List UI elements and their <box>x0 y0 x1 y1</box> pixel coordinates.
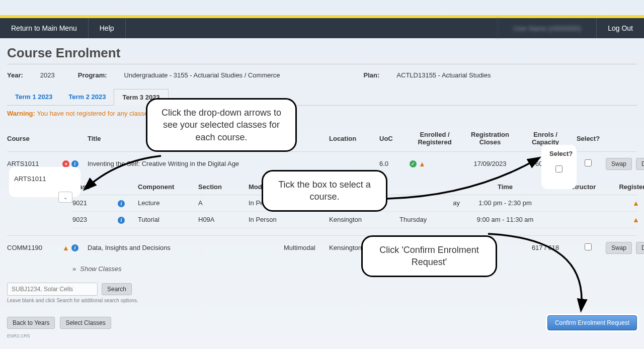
course-title: Data, Insights and Decisions <box>88 244 284 251</box>
warning-line: Warning: You have not registered for any… <box>7 110 637 117</box>
warning-icon <box>632 199 639 207</box>
return-main-menu[interactable]: Return to Main Menu <box>0 18 89 38</box>
drop-button[interactable]: Drop <box>636 158 644 170</box>
swap-button[interactable]: Swap <box>606 242 632 254</box>
class-number: 9021 <box>72 199 118 207</box>
confirm-enrolment-button[interactable]: Confirm Enrolment Request <box>547 315 637 330</box>
plan-label: Plan: <box>364 71 380 79</box>
year-value: 2023 <box>40 71 55 79</box>
term-tabs: Term 1 2023 Term 2 2023 Term 3 2023 <box>7 89 637 106</box>
warning-icon <box>62 244 69 252</box>
expand-classes-button[interactable]: ⌄ <box>58 192 72 203</box>
enrolled-check-icon <box>410 160 417 167</box>
info-icon[interactable] <box>71 244 78 251</box>
tab-term1[interactable]: Term 1 2023 <box>7 89 60 105</box>
class-number: 9023 <box>72 216 118 223</box>
col-reg-closes: Registration Closes <box>460 131 520 146</box>
class-time: 1:00 pm - 2:30 pm <box>460 199 550 207</box>
class-mode: In Person <box>249 216 329 223</box>
col-select: Select? <box>571 135 606 142</box>
callout-confirm: Click 'Confirm Enrolment Request' <box>361 235 497 277</box>
class-component: Tutorial <box>138 216 198 223</box>
course-row: COMM1190 Data, Insights and Decisions Mu… <box>7 235 637 260</box>
col-component: Component <box>138 183 198 191</box>
class-day: ay <box>399 199 460 207</box>
callout-dropdown: Click the drop-down arrows to see your s… <box>146 98 297 152</box>
chevron-down-icon: ⌄ <box>63 195 67 200</box>
help-link[interactable]: Help <box>89 18 126 38</box>
course-reg-closes: 17/09/2023 <box>460 160 520 167</box>
year-label: Year: <box>7 71 23 79</box>
info-icon[interactable] <box>118 200 125 207</box>
select-classes-button[interactable]: Select Classes <box>60 317 111 329</box>
logout-link[interactable]: Log Out <box>596 18 644 38</box>
top-nav: Return to Main Menu Help User Name (z000… <box>0 18 644 38</box>
course-uoc: 6.0 <box>379 160 410 167</box>
remove-icon[interactable] <box>62 160 69 167</box>
col-location: Location <box>329 135 379 142</box>
select-checkbox-highlight[interactable] <box>555 165 562 172</box>
search-hint: Leave blank and click Search for additio… <box>7 298 637 303</box>
chevron-right-icon: » <box>72 265 76 273</box>
class-location: Kensington <box>329 216 399 223</box>
select-checkbox[interactable] <box>585 243 592 250</box>
back-to-years-button[interactable]: Back to Years <box>7 317 55 329</box>
plan-value: ACTLD13155 - Actuarial Studies <box>396 71 491 79</box>
col-time: Time <box>460 183 550 191</box>
drop-button[interactable]: Drop <box>636 242 644 254</box>
class-time: 9:00 am - 11:30 am <box>460 216 550 223</box>
course-enrols: 617 / 618 <box>520 244 571 251</box>
program-label: Program: <box>78 71 107 79</box>
context-row: Year:2023 Program:Undergraduate - 3155 -… <box>7 71 637 79</box>
col-select-highlight: Select? <box>549 150 569 157</box>
search-button[interactable]: Search <box>102 283 132 295</box>
class-section: H09A <box>198 216 249 223</box>
program-value: Undergraduate - 3155 - Actuarial Studies… <box>124 71 280 79</box>
col-registered: Registered <box>611 183 644 191</box>
page-code: ENR2.CRS <box>7 333 637 338</box>
col-course: Course <box>7 135 62 142</box>
col-uoc: UoC <box>379 135 410 142</box>
course-search-input[interactable] <box>7 283 98 296</box>
show-classes-label: Show Classes <box>80 265 121 273</box>
course-title: Inventing the Self: Creative Writing in … <box>88 160 284 167</box>
col-enrolled: Enrolled / Registered <box>410 131 460 146</box>
warning-text: You have not registered for any classes <box>37 110 151 117</box>
class-section: A <box>198 199 249 207</box>
warning-icon <box>419 160 426 168</box>
warning-icon <box>632 216 639 224</box>
select-checkbox[interactable] <box>585 159 592 166</box>
class-component: Lecture <box>138 199 198 207</box>
page-title: Course Enrolment <box>7 45 637 64</box>
class-row: 9023 Tutorial H09A In Person Kensington … <box>72 212 637 228</box>
info-icon[interactable] <box>118 217 125 224</box>
tab-term2[interactable]: Term 2 2023 <box>60 89 114 105</box>
course-delivery: Multimodal <box>284 244 329 251</box>
info-icon[interactable] <box>71 160 78 167</box>
callout-tick: Tick the box to select a course. <box>262 170 387 212</box>
user-identity: User Name (z0000000) <box>498 18 596 38</box>
warning-label: Warning: <box>7 110 35 117</box>
show-classes-toggle[interactable]: » Show Classes <box>72 265 637 273</box>
col-section: Section <box>198 183 249 191</box>
course-code: COMM1190 <box>7 244 62 251</box>
class-day: Thursday <box>399 216 460 223</box>
swap-button[interactable]: Swap <box>606 158 632 170</box>
col-enrols-cap: Enrols / Capacity <box>520 131 571 146</box>
